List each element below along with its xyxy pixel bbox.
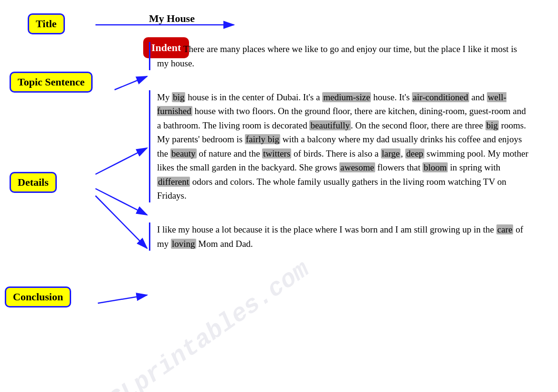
highlight-big1: big <box>172 92 185 102</box>
topic-paragraph-block: There are many places where we like to g… <box>149 42 529 70</box>
watermark: ESLprintables.com <box>91 255 315 392</box>
svg-line-2 <box>95 148 147 174</box>
highlight-awesome: awesome <box>339 162 375 172</box>
highlight-twitters: twitters <box>262 148 291 159</box>
title-label: Title <box>28 13 65 34</box>
conclusion-paragraph-block: I like my house a lot because it is the … <box>149 222 529 251</box>
details-paragraph-block: My big house is in the center of Dubai. … <box>149 90 529 203</box>
highlight-deep: deep <box>405 148 424 159</box>
content-area: My House There are many places where we … <box>149 11 529 259</box>
details-label: Details <box>10 172 57 193</box>
highlight-big2: big <box>485 120 499 130</box>
highlight-different: different <box>157 177 190 187</box>
title-line: My House <box>149 11 529 27</box>
topic-paragraph-text: There are many places where we like to g… <box>157 44 517 68</box>
conclusion-label: Conclusion <box>5 286 71 307</box>
title-text: My House <box>149 12 195 24</box>
highlight-care: care <box>496 224 514 234</box>
highlight-medium-size: medium-size <box>322 92 371 102</box>
details-text: My big house is in the center of Dubai. … <box>157 92 528 201</box>
highlight-beautifully: beautifully <box>309 120 350 130</box>
topic-sentence-label: Topic Sentence <box>10 72 93 93</box>
svg-line-1 <box>115 76 147 90</box>
page: ESLprintables.com Title Indent Topic Sen… <box>0 0 558 392</box>
svg-line-3 <box>95 189 147 215</box>
highlight-fairly-big: fairly big <box>245 134 280 144</box>
svg-line-5 <box>98 295 147 303</box>
highlight-beauty: beauty <box>170 148 197 159</box>
highlight-loving: loving <box>171 239 196 249</box>
highlight-air-conditioned: air-conditioned <box>412 92 469 102</box>
svg-line-4 <box>95 196 147 248</box>
conclusion-text: I like my house a lot because it is the … <box>157 224 523 248</box>
highlight-large: large <box>381 148 401 159</box>
highlight-bloom: bloom <box>422 162 448 172</box>
